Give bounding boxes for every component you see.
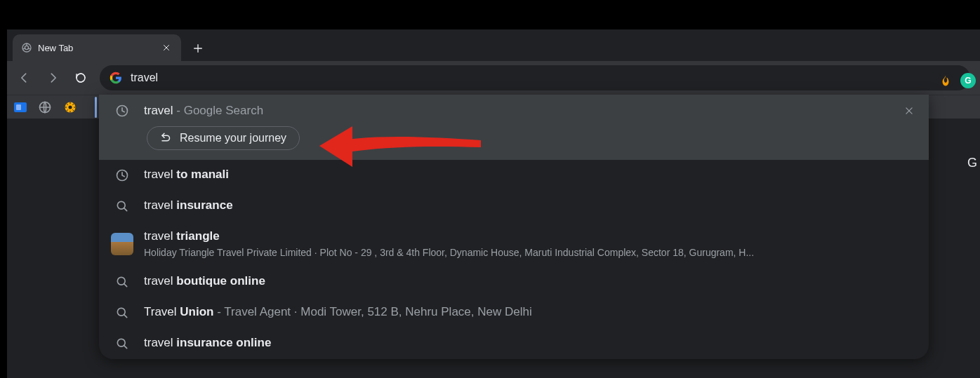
search-icon [114,336,130,351]
suggestion-row[interactable]: travel insurance online [99,328,929,359]
suggestion-row[interactable]: travel triangleHoliday Triangle Travel P… [99,222,929,266]
suggestion-row[interactable]: travel insurance [99,191,929,222]
bookmarks-indicator [95,97,97,118]
bookmark-item-1[interactable] [14,102,27,112]
suggestion-text: travel - Google Search [144,103,888,119]
suggestion-text: travel boutique online [144,274,916,290]
suggestion-text: Travel Union - Travel Agent · Modi Tower… [144,304,916,320]
address-bar[interactable] [100,65,970,90]
tab-strip: New Tab [7,29,980,61]
forward-button[interactable] [41,66,65,90]
suggestion-row[interactable]: travel boutique online [99,266,929,297]
reload-button[interactable] [69,66,93,90]
google-g-icon [110,72,122,84]
tab-close-button[interactable] [160,41,173,54]
clock-icon [114,103,130,119]
suggestion-text: travel insurance online [144,335,916,351]
svg-line-23 [124,345,127,348]
svg-line-19 [124,283,127,286]
extension-flame-icon[interactable] [938,73,953,88]
omnibox-input[interactable] [131,72,960,84]
suggestion-text: travel insurance [144,198,916,214]
svg-point-11 [69,105,72,109]
extension-grammarly-icon[interactable]: G [960,73,976,88]
bookmark-item-2[interactable] [38,100,52,114]
bookmark-item-3[interactable] [63,100,77,114]
browser-window: New Tab [7,29,980,378]
svg-point-1 [25,46,28,49]
toolbar [7,61,980,95]
resume-journey-label: Resume your journey [180,132,286,144]
search-icon [114,274,130,290]
tab-favicon-icon [21,42,32,53]
back-button[interactable] [13,66,37,90]
tab-title: New Tab [38,43,154,53]
suggestion-text: travel to manali [144,167,916,183]
search-icon [114,305,130,320]
suggestion-row[interactable]: Travel Union - Travel Agent · Modi Tower… [99,297,929,328]
tab-active[interactable]: New Tab [13,34,181,61]
omnibox-suggestions: travel - Google SearchResume your journe… [99,95,929,359]
suggestion-row[interactable]: travel to manali [99,160,929,191]
extension-icons: G [938,73,976,88]
svg-line-21 [124,314,127,317]
suggestion-text: travel triangleHoliday Triangle Travel P… [144,229,916,259]
svg-line-17 [124,208,127,211]
suggestion-remove-button[interactable] [902,104,916,118]
clock-icon [114,168,130,183]
search-icon [114,198,130,214]
side-panel-letter: G [967,156,977,170]
resume-journey-chip[interactable]: Resume your journey [147,126,300,150]
suggestion-row[interactable]: travel - Google SearchResume your journe… [99,95,929,160]
new-tab-button[interactable] [188,39,208,58]
suggestion-thumbnail [111,233,133,255]
